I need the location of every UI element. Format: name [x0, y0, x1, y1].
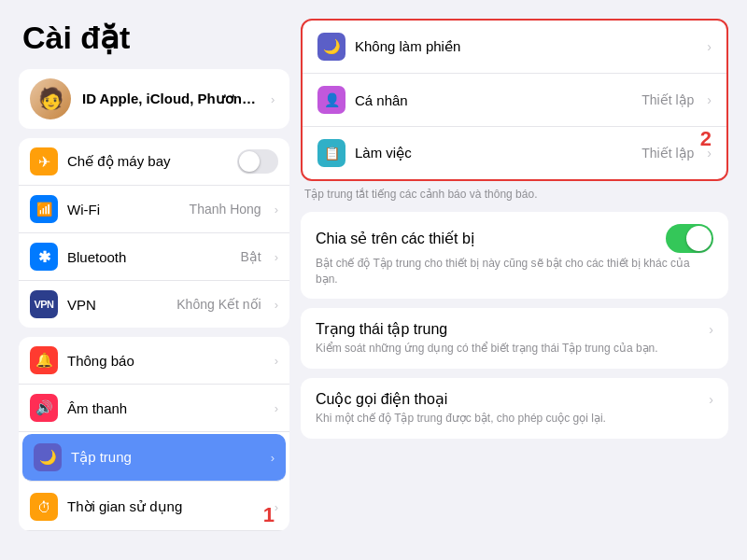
notification-label: Thông báo — [67, 353, 265, 369]
sidebar-item-notification[interactable]: 🔔 Thông báo › — [19, 337, 289, 385]
khong-lam-phien-icon: 🌙 — [317, 33, 345, 61]
wifi-label: Wi-Fi — [67, 202, 180, 217]
avatar: 🧑 — [30, 78, 71, 119]
ca-nhan-icon: 👤 — [317, 86, 345, 114]
wifi-icon: 📶 — [30, 195, 58, 223]
focus-mode-lam-viec[interactable]: 📋 Làm việc Thiết lập › — [303, 127, 726, 179]
screentime-chevron: › — [275, 500, 278, 514]
vpn-value: Không Kết nối — [176, 297, 261, 312]
sidebar: Cài đặt 🧑 ID Apple, iCloud, Phương ti...… — [19, 19, 289, 541]
airplane-label: Chế độ máy bay — [67, 153, 228, 170]
focus-mode-ca-nhan[interactable]: 👤 Cá nhân Thiết lập › — [303, 74, 726, 127]
sidebar-item-sound[interactable]: 🔊 Âm thanh › — [19, 385, 289, 432]
profile-chevron: › — [271, 92, 275, 106]
sound-icon: 🔊 — [30, 394, 58, 422]
call-title: Cuộc gọi điện thoại — [316, 390, 447, 408]
vpn-label: VPN — [67, 297, 167, 313]
right-panel: 🌙 Không làm phiền › 👤 Cá nhân Thiết lập … — [301, 19, 728, 541]
khong-lam-phien-chevron: › — [707, 39, 712, 54]
wifi-chevron: › — [275, 203, 278, 217]
sidebar-item-airplane[interactable]: ✈ Chế độ máy bay — [19, 138, 289, 186]
bluetooth-value: Bật — [240, 249, 261, 264]
sound-label: Âm thanh — [67, 400, 265, 416]
focus-label: Tập trung — [71, 449, 261, 466]
status-title: Trạng thái tập trung — [316, 320, 447, 338]
vpn-icon: VPN — [30, 290, 58, 318]
airplane-icon: ✈ — [30, 147, 58, 175]
share-item: Chia sẻ trên các thiết bị Bật chế độ Tập… — [301, 212, 728, 300]
share-subtitle: Bật chế độ Tập trung cho thiết bị này cũ… — [316, 256, 713, 287]
sidebar-item-wifi[interactable]: 📶 Wi-Fi Thanh Hong › — [19, 186, 289, 233]
focus-icon: 🌙 — [34, 443, 62, 471]
focus-description: Tập trung tắt tiếng các cảnh báo và thôn… — [301, 187, 728, 203]
ca-nhan-value: Thiết lập — [641, 92, 694, 107]
call-chevron: › — [709, 392, 713, 407]
sidebar-item-vpn[interactable]: VPN VPN Không Kết nối › — [19, 281, 289, 328]
profile-row[interactable]: 🧑 ID Apple, iCloud, Phương ti... › — [19, 69, 289, 129]
ca-nhan-label: Cá nhân — [355, 92, 632, 108]
focus-description-text: Tập trung tắt tiếng các cảnh báo và thôn… — [304, 187, 725, 203]
focus-chevron: › — [271, 451, 275, 465]
page-title: Cài đặt — [19, 19, 289, 56]
bluetooth-icon: ✱ — [30, 243, 58, 271]
sidebar-item-focus[interactable]: 🌙 Tập trung › — [22, 434, 286, 482]
screentime-icon: ⏱ — [30, 493, 58, 521]
status-chevron: › — [709, 322, 713, 337]
call-group: Cuộc gọi điện thoại › Khi một chế độ Tập… — [301, 378, 728, 439]
focus-modes-card: 🌙 Không làm phiền › 👤 Cá nhân Thiết lập … — [301, 19, 728, 181]
sidebar-item-screentime[interactable]: ⏱ Thời gian sử dụng › — [19, 483, 289, 531]
share-title: Chia sẻ trên các thiết bị — [316, 230, 474, 247]
status-group: Trạng thái tập trung › Kiểm soát những ứ… — [301, 308, 728, 369]
share-toggle[interactable] — [666, 224, 713, 253]
screentime-label: Thời gian sử dụng — [67, 498, 265, 515]
call-subtitle: Khi một chế độ Tập trung được bật, cho p… — [316, 411, 713, 427]
sidebar-item-bluetooth[interactable]: ✱ Bluetooth Bật › — [19, 233, 289, 281]
lam-viec-value: Thiết lập — [641, 146, 694, 161]
notification-chevron: › — [275, 354, 278, 368]
vpn-chevron: › — [275, 298, 278, 312]
ca-nhan-chevron: › — [707, 92, 712, 107]
share-group: Chia sẻ trên các thiết bị Bật chế độ Tập… — [301, 212, 728, 300]
annotation-1: 1 — [263, 503, 275, 527]
focus-mode-khong-lam-phien[interactable]: 🌙 Không làm phiền › — [303, 21, 726, 74]
features-group: 🔔 Thông báo › 🔊 Âm thanh › 🌙 Tập trung ›… — [19, 337, 289, 531]
airplane-toggle[interactable] — [237, 149, 278, 174]
bluetooth-label: Bluetooth — [67, 249, 231, 265]
lam-viec-label: Làm việc — [355, 145, 632, 161]
sound-chevron: › — [275, 401, 278, 415]
profile-name: ID Apple, iCloud, Phương ti... — [82, 91, 260, 107]
app-container: Cài đặt 🧑 ID Apple, iCloud, Phương ti...… — [0, 0, 747, 560]
status-item[interactable]: Trạng thái tập trung › Kiểm soát những ứ… — [301, 308, 728, 369]
connectivity-group: ✈ Chế độ máy bay 📶 Wi-Fi Thanh Hong › ✱ … — [19, 138, 289, 328]
lam-viec-chevron: › — [707, 146, 712, 161]
bluetooth-chevron: › — [275, 250, 278, 264]
khong-lam-phien-label: Không làm phiền — [355, 38, 698, 55]
notification-icon: 🔔 — [30, 346, 58, 374]
status-subtitle: Kiểm soát những ứng dụng có thể biết trạ… — [316, 341, 713, 357]
call-item[interactable]: Cuộc gọi điện thoại › Khi một chế độ Tập… — [301, 378, 728, 439]
lam-viec-icon: 📋 — [317, 139, 345, 167]
wifi-value: Thanh Hong — [190, 202, 261, 217]
